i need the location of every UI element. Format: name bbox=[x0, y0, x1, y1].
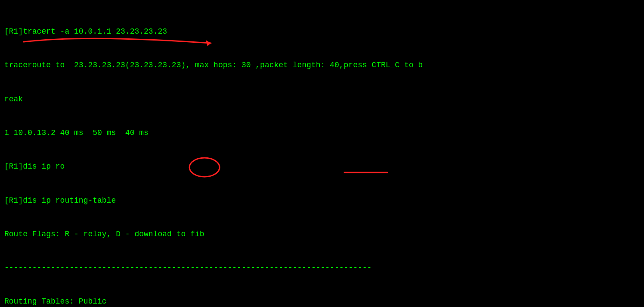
line-9: Routing Tables: Public bbox=[4, 296, 640, 307]
line-7: Route Flags: R - relay, D - download to … bbox=[4, 229, 640, 240]
line-2: traceroute to 23.23.23.23(23.23.23.23), … bbox=[4, 60, 640, 71]
line-8: ----------------------------------------… bbox=[4, 262, 640, 273]
line-4: 1 10.0.13.2 40 ms 50 ms 40 ms bbox=[4, 127, 640, 138]
line-6: [R1]dis ip routing-table bbox=[4, 195, 640, 206]
line-1: [R1]tracert -a 10.0.1.1 23.23.23.23 bbox=[4, 26, 640, 37]
line-5: [R1]dis ip ro bbox=[4, 161, 640, 172]
line-3: reak bbox=[4, 94, 640, 105]
terminal-window: [R1]tracert -a 10.0.1.1 23.23.23.23 trac… bbox=[0, 0, 644, 307]
